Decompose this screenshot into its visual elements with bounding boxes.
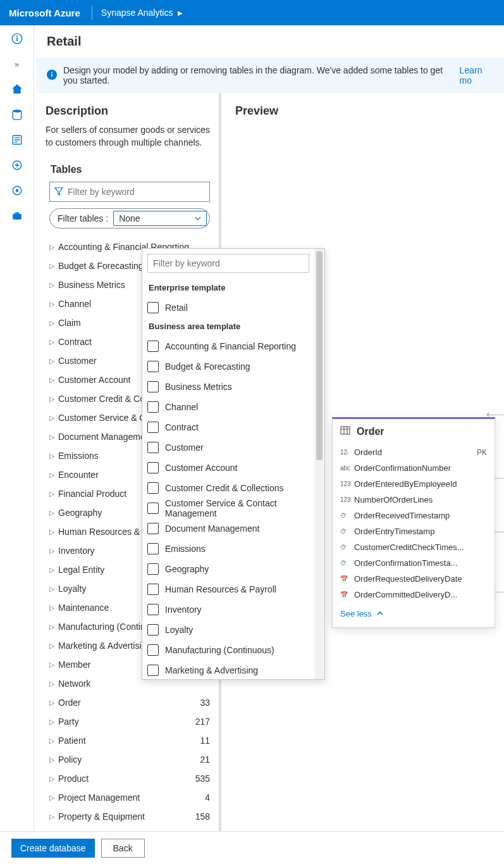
caret-right-icon: ▷	[49, 509, 58, 517]
dropdown-item[interactable]: Emissions	[147, 539, 309, 559]
dropdown-item-label: Customer	[165, 442, 204, 453]
tree-row[interactable]: ▷Party217	[46, 712, 214, 731]
dropdown-item-label: Customer Account	[165, 463, 237, 473]
learn-more-link[interactable]: Learn mo	[460, 65, 494, 85]
tree-row[interactable]: ▷Order33	[46, 693, 214, 712]
home-icon[interactable]	[10, 82, 24, 96]
filter-tables-pill: Filter tables : None	[49, 208, 210, 229]
service-crumb[interactable]: Synapse Analytics	[101, 8, 173, 18]
dropdown-item[interactable]: Human Resources & Payroll	[147, 579, 309, 599]
dropdown-item[interactable]: Inventory	[147, 599, 309, 620]
checkbox-icon[interactable]	[147, 482, 159, 494]
dropdown-item[interactable]: Accounting & Financial Reporting	[147, 336, 309, 356]
dropdown-item[interactable]: Customer Account	[147, 458, 309, 478]
data-icon[interactable]	[10, 108, 24, 122]
column-row: 📅OrderCommittedDeliveryD...	[333, 587, 495, 603]
column-name: OrderRequestedDeliveryDate	[354, 574, 487, 584]
dropdown-item-label: Emissions	[165, 544, 206, 554]
caret-right-icon: ▷	[49, 452, 58, 460]
type-icon: ⏱	[340, 544, 354, 551]
integrate-icon[interactable]	[10, 158, 24, 172]
svg-point-2	[16, 35, 17, 37]
dropdown-item[interactable]: Channel	[147, 397, 309, 417]
dropdown-item[interactable]: Geography	[147, 559, 309, 579]
tree-row-name: Project Management	[58, 792, 205, 803]
tree-row[interactable]: ▷Policy21	[46, 750, 214, 769]
checkbox-icon[interactable]	[147, 302, 159, 313]
column-name: OrderEntryTimestamp	[354, 527, 487, 536]
left-nav: »	[0, 25, 34, 831]
type-icon: 123	[340, 480, 354, 487]
manage-icon[interactable]	[10, 209, 24, 223]
column-name: OrderId	[354, 448, 477, 457]
dropdown-item[interactable]: Contract	[147, 417, 309, 437]
tree-row-count: 21	[200, 754, 214, 765]
caret-right-icon: ▷	[49, 414, 58, 422]
checkbox-icon[interactable]	[147, 604, 159, 615]
tree-row[interactable]: ▷Patient11	[46, 731, 214, 750]
dropdown-item[interactable]: Manufacturing (Continuous)	[147, 640, 309, 660]
column-name: OrderReceivedTimestamp	[354, 511, 487, 520]
column-row: 123OrderEnteredByEmployeeId	[333, 476, 495, 492]
caret-right-icon: ▷	[49, 300, 58, 308]
dropdown-item-label: Accounting & Financial Reporting	[165, 341, 296, 351]
see-less-link[interactable]: See less	[333, 603, 495, 627]
tree-row[interactable]: ▷Property & Equipment158	[46, 807, 214, 826]
caret-right-icon: ▷	[49, 319, 58, 327]
expand-icon[interactable]: »	[10, 57, 24, 71]
tree-row-name: Network	[58, 679, 210, 689]
dropdown-item[interactable]: Customer Credit & Collections	[147, 478, 309, 498]
back-button[interactable]: Back	[101, 839, 145, 858]
dropdown-item[interactable]: Loyalty	[147, 620, 309, 640]
tree-row[interactable]: ▷Purchasing44	[46, 826, 214, 831]
monitor-icon[interactable]	[10, 184, 24, 197]
dropdown-scrollbar[interactable]	[314, 249, 324, 679]
dropdown-item[interactable]: Document Management	[147, 518, 309, 539]
checkbox-icon[interactable]	[147, 665, 159, 676]
checkbox-icon[interactable]	[147, 584, 159, 595]
checkbox-icon[interactable]	[147, 442, 159, 453]
tree-row-count: 158	[195, 811, 214, 822]
create-database-button[interactable]: Create database	[11, 839, 95, 858]
dropdown-item[interactable]: Customer	[147, 437, 309, 458]
caret-right-icon: ▷	[49, 604, 58, 612]
checkbox-icon[interactable]	[147, 523, 159, 534]
dropdown-item[interactable]: Marketing & Advertising	[147, 660, 309, 679]
tree-row[interactable]: ▷Project Management4	[46, 788, 214, 807]
dropdown-item[interactable]: Customer Service & Contact Management	[147, 498, 309, 518]
order-table-card[interactable]: Order 12ᵢOrderIdPKabcOrderConfirmationNu…	[332, 417, 495, 628]
caret-right-icon: ▷	[49, 737, 58, 745]
caret-right-icon: ▷	[49, 471, 58, 479]
dropdown-item[interactable]: Retail	[147, 297, 309, 318]
checkbox-icon[interactable]	[147, 361, 159, 372]
dropdown-item[interactable]: Budget & Forecasting	[147, 356, 309, 377]
dropdown-item-label: Loyalty	[165, 625, 193, 635]
tree-row[interactable]: ▷Product535	[46, 769, 214, 788]
info-icon[interactable]	[10, 32, 24, 46]
checkbox-icon[interactable]	[147, 644, 159, 656]
filter-keyword-input-wrap[interactable]	[49, 182, 210, 202]
checkbox-icon[interactable]	[147, 563, 159, 575]
checkbox-icon[interactable]	[147, 624, 159, 635]
checkbox-icon[interactable]	[147, 341, 159, 352]
tree-row-count: 33	[200, 698, 214, 708]
caret-right-icon: ▷	[49, 794, 58, 802]
filter-icon	[50, 187, 68, 197]
checkbox-icon[interactable]	[147, 462, 159, 473]
develop-icon[interactable]	[10, 133, 24, 147]
checkbox-icon[interactable]	[147, 401, 159, 413]
checkbox-icon[interactable]	[147, 422, 159, 433]
filter-tables-select[interactable]: None	[113, 211, 207, 226]
checkbox-icon[interactable]	[147, 543, 159, 554]
column-name: OrderConfirmationNumber	[354, 463, 487, 473]
chevron-down-icon	[195, 213, 201, 223]
footer-bar: Create database Back	[0, 831, 504, 864]
caret-right-icon: ▷	[49, 775, 58, 783]
checkbox-icon[interactable]	[147, 381, 159, 392]
filter-keyword-input[interactable]	[68, 182, 209, 201]
dropdown-search-input[interactable]	[147, 254, 309, 273]
column-row: 12ᵢOrderIdPK	[333, 444, 495, 460]
checkbox-icon[interactable]	[147, 503, 159, 514]
dropdown-item[interactable]: Business Metrics	[147, 377, 309, 397]
column-name: CustomerCreditCheckTimes...	[354, 542, 487, 552]
